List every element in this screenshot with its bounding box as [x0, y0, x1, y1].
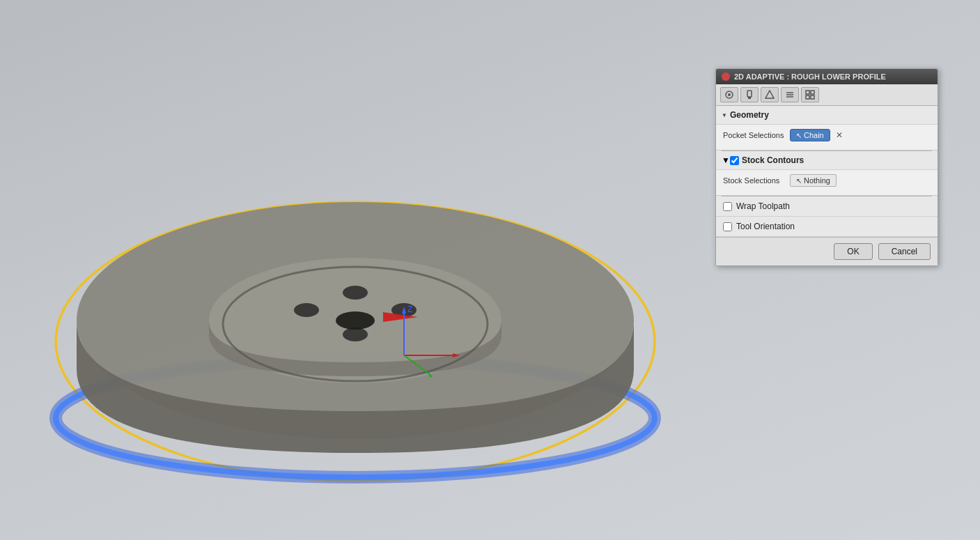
chain-button-label: Chain: [804, 131, 824, 139]
svg-point-10: [336, 311, 375, 330]
dialog-body: ▼ Geometry Pocket Selections ↖ Chain ✕ ▼…: [716, 106, 938, 237]
stock-selections-label: Stock Selections: [723, 176, 786, 185]
chain-cursor-icon: ↖: [796, 132, 802, 139]
toolbar-heights-btn[interactable]: [781, 87, 799, 102]
dialog-title: 2D ADAPTIVE : ROUGH LOWER PROFILE: [734, 72, 886, 81]
geometry-section-header[interactable]: ▼ Geometry: [716, 106, 938, 125]
3d-disc-container: Z: [42, 153, 703, 502]
toolbar-passes-btn[interactable]: [801, 87, 819, 102]
stock-contours-checkbox-label[interactable]: Stock Contours: [730, 155, 804, 165]
dialog-header: 2D ADAPTIVE : ROUGH LOWER PROFILE: [716, 69, 938, 84]
chain-button[interactable]: ↖ Chain: [790, 129, 830, 141]
svg-point-6: [294, 303, 319, 317]
svg-rect-30: [811, 95, 814, 99]
disc-svg: Z: [42, 153, 703, 502]
tool-orientation-checkbox[interactable]: [723, 222, 732, 231]
stock-selections-row: Stock Selections ↖ Nothing: [723, 174, 931, 187]
wrap-toolpath-checkbox[interactable]: [723, 202, 732, 211]
nothing-button[interactable]: ↖ Nothing: [790, 174, 837, 187]
svg-text:Z: Z: [407, 304, 412, 314]
svg-marker-23: [765, 91, 774, 98]
nothing-button-label: Nothing: [804, 176, 830, 185]
svg-rect-28: [811, 91, 814, 94]
close-dot: [722, 72, 730, 81]
toolbar-tool-btn[interactable]: [740, 87, 759, 102]
stock-contours-title: Stock Contours: [742, 155, 804, 165]
geometry-section-title: Geometry: [730, 110, 769, 120]
pocket-selections-row: Pocket Selections ↖ Chain ✕: [723, 129, 931, 141]
dialog-toolbar: [716, 84, 938, 106]
stock-contours-arrow: ▼: [722, 155, 730, 165]
dialog-panel: 2D ADAPTIVE : ROUGH LOWER PROFILE ▼ Geom…: [715, 68, 938, 266]
pocket-selections-label: Pocket Selections: [723, 131, 786, 139]
tool-orientation-row[interactable]: Tool Orientation: [716, 217, 938, 237]
svg-rect-27: [806, 91, 809, 94]
toolbar-geometry-btn[interactable]: [761, 87, 779, 102]
cancel-button[interactable]: Cancel: [878, 243, 931, 260]
stock-contours-header[interactable]: ▼ Stock Contours: [716, 151, 938, 170]
ok-button[interactable]: OK: [834, 243, 872, 260]
chain-close-icon[interactable]: ✕: [836, 130, 843, 140]
svg-point-8: [343, 286, 368, 300]
wrap-toolpath-label: Wrap Toolpath: [736, 201, 790, 211]
svg-rect-22: [748, 97, 751, 99]
stock-contours-checkbox[interactable]: [730, 156, 739, 165]
toolbar-select-btn[interactable]: [720, 87, 738, 102]
nothing-cursor-icon: ↖: [796, 177, 802, 185]
dialog-footer: OK Cancel: [716, 237, 938, 265]
svg-point-20: [728, 93, 731, 96]
geometry-arrow: ▼: [722, 112, 727, 118]
svg-rect-29: [806, 95, 809, 99]
svg-rect-21: [747, 91, 752, 97]
geometry-section-content: Pocket Selections ↖ Chain ✕: [716, 125, 938, 151]
tool-orientation-label: Tool Orientation: [736, 222, 795, 231]
stock-contours-content: Stock Selections ↖ Nothing: [716, 170, 938, 196]
wrap-toolpath-row[interactable]: Wrap Toolpath: [716, 196, 938, 217]
